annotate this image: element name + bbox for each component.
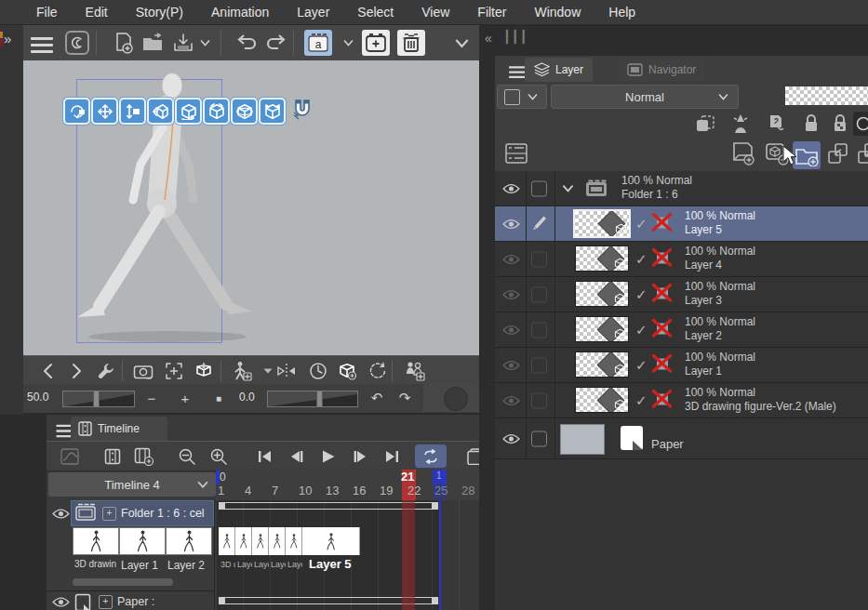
- object-scale-icon[interactable]: [259, 98, 286, 125]
- layer-palette-menu-icon[interactable]: [509, 66, 526, 78]
- menu-file[interactable]: File: [22, 5, 72, 20]
- paper-thumbnail[interactable]: [560, 424, 605, 455]
- cel-checkmark-icon[interactable]: ✓: [635, 251, 648, 268]
- focus-crosshair-icon[interactable]: [162, 360, 186, 382]
- undo-icon[interactable]: [234, 30, 260, 56]
- layer-thumbnail[interactable]: [575, 316, 629, 342]
- flip-horizontal-icon[interactable]: [274, 360, 299, 382]
- zoom-out-icon[interactable]: −: [140, 387, 163, 409]
- expand-left-panel-icon[interactable]: »: [4, 31, 11, 46]
- prev-frame-icon[interactable]: [285, 444, 309, 468]
- reference-layer-icon[interactable]: [728, 112, 753, 136]
- timer-icon[interactable]: [306, 360, 330, 382]
- layer-row-layer-4[interactable]: ✓100 % NormalLayer 4: [495, 242, 868, 277]
- next-frame-icon[interactable]: [348, 444, 372, 468]
- undo-rotate-icon[interactable]: ↶: [366, 387, 388, 409]
- view-knob[interactable]: [444, 387, 468, 411]
- timeline-cel[interactable]: [235, 527, 252, 555]
- lock-transparent-icon[interactable]: [828, 112, 852, 136]
- opacity-slider[interactable]: [785, 86, 868, 105]
- collapse-right-panel-icon[interactable]: «: [485, 31, 492, 46]
- tab-timeline[interactable]: Timeline: [71, 417, 167, 441]
- cel-thumbnail-3d-drawin[interactable]: [73, 527, 119, 555]
- camera-zoom-icon[interactable]: [119, 98, 146, 125]
- reset-rotation-icon[interactable]: [366, 360, 390, 382]
- layer-checkbox[interactable]: [531, 251, 547, 267]
- play-icon[interactable]: [316, 444, 341, 468]
- enable-mask-icon[interactable]: [853, 112, 868, 136]
- delete-frame-icon[interactable]: [397, 30, 425, 56]
- layer-checkbox[interactable]: [531, 392, 547, 408]
- object-rotate-icon[interactable]: [175, 98, 202, 125]
- menu-window[interactable]: Window: [520, 5, 594, 20]
- layer-row-layer-5[interactable]: ✓100 % NormalLayer 5: [495, 206, 868, 242]
- new-frame-icon[interactable]: [362, 30, 390, 56]
- layer-row-layer-1[interactable]: ✓100 % NormalLayer 1: [495, 348, 868, 383]
- lock-layer-icon[interactable]: [799, 112, 823, 136]
- layer-row-paper[interactable]: Paper: [495, 418, 868, 459]
- zoom-in-icon[interactable]: +: [174, 387, 196, 409]
- timeline-cel[interactable]: [269, 527, 286, 555]
- new-file-icon[interactable]: [111, 30, 137, 56]
- camera-pan-icon[interactable]: [91, 98, 118, 125]
- drop-to-ground-icon[interactable]: [193, 360, 217, 382]
- wrench-icon[interactable]: [94, 360, 118, 382]
- transfer-to-lower-icon[interactable]: [826, 141, 850, 166]
- object-move-icon[interactable]: [147, 98, 174, 125]
- menu-animation[interactable]: Animation: [197, 5, 283, 20]
- add-pose-icon[interactable]: [230, 360, 254, 382]
- layer-checkbox[interactable]: [531, 286, 547, 302]
- draft-layer-icon[interactable]: [764, 112, 788, 136]
- menu-view[interactable]: View: [407, 5, 463, 20]
- layer-checkbox[interactable]: [531, 431, 547, 446]
- expand-track-icon[interactable]: +: [102, 507, 116, 521]
- expand-paper-track-icon[interactable]: +: [99, 595, 113, 609]
- timeline-cel[interactable]: [286, 527, 302, 555]
- layer-visibility-icon[interactable]: [500, 359, 522, 371]
- layer-visibility-icon[interactable]: [500, 288, 522, 300]
- cel-checkmark-icon[interactable]: ✓: [635, 216, 648, 232]
- toolbar-overflow-chevron[interactable]: [453, 30, 470, 56]
- object-orbit-icon[interactable]: [231, 98, 258, 125]
- pose-cube-icon[interactable]: [336, 360, 360, 382]
- menu-help[interactable]: Help: [594, 5, 649, 20]
- canvas-viewport[interactable]: [23, 60, 479, 355]
- layer-thumbnail[interactable]: [575, 351, 629, 378]
- menu-storyp[interactable]: Story(P): [122, 5, 197, 20]
- timeline-icon[interactable]: [100, 444, 125, 468]
- save-icon[interactable]: [170, 30, 196, 56]
- zoom-out-icon[interactable]: [175, 444, 199, 468]
- menu-filter[interactable]: Filter: [463, 5, 520, 20]
- layer-row-3d-drawing-figure-ver-2-male-[interactable]: ✓100 % Normal3D drawing figure-Ver.2 (Ma…: [495, 383, 868, 418]
- prev-object-icon[interactable]: [36, 360, 60, 382]
- layer-thumbnail[interactable]: [573, 209, 631, 238]
- track-scrollbar[interactable]: [73, 578, 173, 586]
- layer-thumbnail[interactable]: [575, 281, 629, 307]
- timeline-cel[interactable]: [219, 527, 235, 555]
- new-timeline-icon[interactable]: [132, 444, 156, 468]
- timeline-ruler[interactable]: 021114710131619222528: [216, 470, 479, 501]
- panel-grip-icon[interactable]: ┃┃┃: [503, 30, 527, 44]
- timeline-grid[interactable]: 3D dLayeLayeLayeLayeLayer 5: [216, 500, 479, 610]
- cel-dropdown-chevron[interactable]: [340, 30, 356, 56]
- object-rotate-3d-icon[interactable]: [203, 98, 230, 125]
- tab-navigator[interactable]: Navigator: [618, 58, 705, 82]
- blend-mode-dropdown[interactable]: Normal: [551, 85, 739, 109]
- layer-row-folder-1-6[interactable]: 100 % NormalFolder 1 : 6: [495, 171, 868, 206]
- open-file-icon[interactable]: [140, 30, 167, 56]
- layer-visibility-icon[interactable]: [500, 394, 522, 406]
- layer-visibility-icon[interactable]: [500, 182, 522, 194]
- go-to-start-icon[interactable]: [253, 444, 277, 468]
- snap-magnet-icon[interactable]: [290, 98, 314, 126]
- save-dropdown-chevron[interactable]: [196, 30, 213, 56]
- track-paper-eye-icon[interactable]: [52, 595, 70, 610]
- next-object-icon[interactable]: [64, 360, 88, 382]
- merge-with-lower-icon[interactable]: [856, 141, 868, 166]
- redo-rotate-icon[interactable]: ↷: [394, 387, 416, 409]
- camera-angle-icon[interactable]: [131, 360, 155, 382]
- menu-edit[interactable]: Edit: [72, 5, 122, 20]
- timeline-cel[interactable]: [252, 527, 269, 555]
- add-figure-icon[interactable]: [403, 360, 427, 382]
- timeline-cel-layer5[interactable]: [302, 527, 360, 555]
- redo-icon[interactable]: [263, 30, 289, 56]
